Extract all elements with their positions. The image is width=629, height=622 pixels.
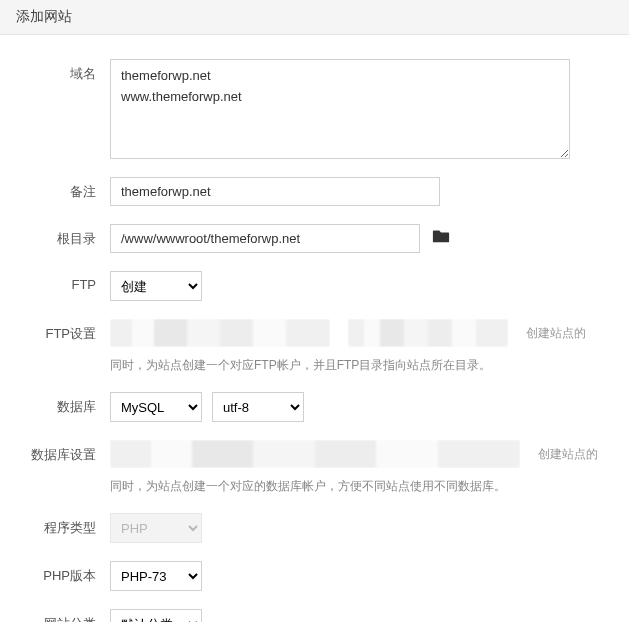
database-side-text: 创建站点的 xyxy=(538,446,598,463)
label-remark: 备注 xyxy=(0,177,110,201)
database-engine-select[interactable]: MySQL xyxy=(110,392,202,422)
folder-icon[interactable] xyxy=(432,228,450,247)
root-dir-input[interactable] xyxy=(110,224,420,253)
php-version-select[interactable]: PHP-73 xyxy=(110,561,202,591)
label-database: 数据库 xyxy=(0,392,110,416)
ftp-side-text: 创建站点的 xyxy=(526,325,586,342)
ftp-pass-input-blurred[interactable] xyxy=(348,319,508,347)
database-charset-select[interactable]: utf-8 xyxy=(212,392,304,422)
form: 域名 备注 根目录 FTP 创建 FTP设置 xyxy=(0,35,629,622)
domain-input[interactable] xyxy=(110,59,570,159)
ftp-select[interactable]: 创建 xyxy=(110,271,202,301)
dialog-header: 添加网站 xyxy=(0,0,629,35)
database-hint: 同时，为站点创建一个对应的数据库帐户，方便不同站点使用不同数据库。 xyxy=(110,478,599,495)
ftp-user-input-blurred[interactable] xyxy=(110,319,330,347)
ftp-hint: 同时，为站点创建一个对应FTP帐户，并且FTP目录指向站点所在目录。 xyxy=(110,357,599,374)
site-category-select[interactable]: 默认分类 xyxy=(110,609,202,622)
label-program-type: 程序类型 xyxy=(0,513,110,537)
remark-input[interactable] xyxy=(110,177,440,206)
label-site-category: 网站分类 xyxy=(0,609,110,622)
label-php-version: PHP版本 xyxy=(0,561,110,585)
label-database-settings: 数据库设置 xyxy=(0,440,110,464)
dialog-title: 添加网站 xyxy=(16,8,72,24)
label-ftp: FTP xyxy=(0,271,110,292)
program-type-select: PHP xyxy=(110,513,202,543)
label-root: 根目录 xyxy=(0,224,110,248)
database-settings-blurred[interactable] xyxy=(110,440,520,468)
label-domain: 域名 xyxy=(0,59,110,83)
label-ftp-settings: FTP设置 xyxy=(0,319,110,343)
